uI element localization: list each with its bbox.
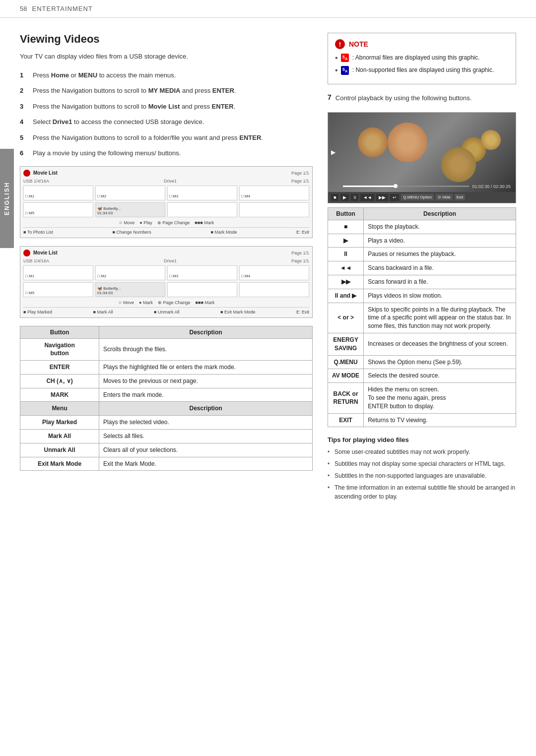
rt-desc-ff: Scans forward in a file. [364, 275, 516, 289]
desc-ch: Moves to the previous or next page. [99, 374, 313, 388]
ml-btn-unmark-all: ■ Unmark All [154, 310, 179, 315]
side-language-label: ENGLISH [0, 149, 14, 248]
vc-repeat-btn[interactable]: ↩ [390, 194, 399, 201]
step-6: 6 Play a movie by using the following me… [20, 148, 313, 158]
menu-header-desc: Description [99, 402, 313, 416]
progress-area: 01:02:30 / 02:30:25 [343, 184, 511, 189]
step-num-7: 7 [328, 93, 332, 108]
step-num-6: 6 [20, 148, 28, 158]
video-player-mock: ▶ 01:02:30 / 02:30:25 ■ ▶ II ◄◄ ▶▶ ↩ Q.M… [328, 112, 516, 203]
table-row: ◄◄ Scans backward in a file. [328, 261, 516, 275]
movie-list-screenshot-2: Movie List Page 1/1 USB 1/4/16A Drive1 P… [20, 246, 313, 318]
tip-text-3: Subtitles in the non-supported languages… [335, 471, 486, 480]
tip-text-2: Subtitles may not display some special c… [335, 459, 505, 468]
rt-btn-back: BACK orRETURN [328, 383, 364, 413]
table-row: ENTER Plays the highlighted file or ente… [20, 361, 313, 375]
table-row: Navigationbutton Scrolls through the fil… [20, 338, 313, 361]
desc-mark-all: Selects all files. [99, 430, 313, 443]
rt-btn-stop: ■ [328, 220, 364, 234]
ml-drive-2: Drive1 [164, 258, 177, 263]
ml-cell2-m5: □ M5 [23, 282, 93, 297]
ml-grid-2: □ M1 □ M2 □ M3 □ M4 □ M5 🦋 Butterfly...0… [23, 265, 309, 297]
ml-cell2-m2: □ M2 [95, 265, 165, 280]
table-row: Unmark All Clears all of your selections… [20, 443, 313, 457]
right-button-table: Button Description ■ Stops the playback.… [328, 207, 516, 428]
desc-nav: Scrolls through the files. [99, 338, 313, 361]
ml-page-sub-1: Page 1/1 [291, 179, 309, 184]
step-1: 1 Press Home or MENU to access the main … [20, 70, 313, 80]
fruit-shape-2 [481, 130, 501, 150]
ml-title-2: Movie List [33, 250, 58, 255]
btn-nav: Navigationbutton [20, 338, 99, 361]
vc-stop-btn[interactable]: ■ [331, 194, 338, 201]
ml-cell-empty2 [239, 202, 309, 217]
note-text-2: 5A : Non-supported files are displayed u… [341, 65, 494, 75]
ml-btn-change: ■ Change Numbers [112, 230, 151, 235]
note-text-1: 5A : Abnormal files are displayed using … [341, 53, 480, 63]
btn-unmark-all: Unmark All [20, 443, 99, 457]
ml-page-sub-2: Page 1/1 [291, 258, 309, 263]
tip-text-4: The time information in an external subt… [335, 483, 516, 501]
menu-subheader-row: Menu Description [20, 402, 313, 416]
desc-mark: Enters the mark mode. [99, 388, 313, 402]
btn-enter: ENTER [20, 361, 99, 375]
tip-text-1: Some user-created subtitles may not work… [335, 447, 470, 456]
note-bullet-1: • [335, 53, 338, 63]
vc-ff-btn[interactable]: ▶▶ [376, 194, 388, 201]
rt-btn-play: ▶ [328, 234, 364, 248]
table-row: ▶ Plays a video. [328, 234, 516, 248]
vc-qmenu-btn[interactable]: Q.MENU Option [401, 194, 434, 200]
rt-btn-skip: < or > [328, 303, 364, 333]
rt-btn-energy: ENERGYSAVING [328, 333, 364, 356]
section-title: Viewing Videos [20, 33, 313, 46]
vc-exit-btn[interactable]: Exit [455, 194, 465, 200]
tips-title: Tips for playing video files [328, 436, 516, 443]
desc-exit-mark-mode: Exit the Mark Mode. [99, 457, 313, 471]
nonsupport-file-icon: 5A [341, 66, 349, 74]
vc-play-btn[interactable]: ▶ [340, 194, 349, 201]
right-btn-col-header: Button [328, 207, 364, 220]
vc-rew-btn[interactable]: ◄◄ [360, 194, 374, 201]
steps-list: 1 Press Home or MENU to access the main … [20, 70, 313, 158]
video-controls-bar: ■ ▶ II ◄◄ ▶▶ ↩ Q.MENU Option ⊙ Hide Exit [328, 192, 516, 203]
note-item-2: • 5A : Non-supported files are displayed… [335, 65, 509, 75]
main-content: Viewing Videos Your TV can display video… [0, 18, 536, 504]
ml-cell-m5: □ M5 [23, 202, 93, 217]
progress-handle [394, 184, 398, 188]
step-text-1: Press Home or MENU to access the main me… [33, 70, 313, 80]
movie-list-icon-2 [23, 250, 30, 256]
step-num-1: 1 [20, 70, 28, 80]
desc-play-marked: Plays the selected video. [99, 416, 313, 430]
ml-btn-exit-mark: ■ Exit Mark Mode [220, 310, 255, 315]
vc-hide-btn[interactable]: ⊙ Hide [436, 194, 453, 200]
ml-cell-butterfly: 🦋 Butterfly...01:34:03 [95, 202, 165, 217]
left-column: Viewing Videos Your TV can display video… [20, 18, 313, 504]
ml-nav-hint-1: ☆ Move ● Play ⊕ Page Change ■■■ Mark [23, 220, 309, 225]
button-description-table: Button Description Navigationbutton Scro… [20, 326, 313, 471]
ml-path-2: USB 1/4/16A [23, 258, 49, 263]
rt-desc-back: Hides the menu on screen.To see the menu… [364, 383, 516, 413]
step-text-2: Press the Navigation buttons to scroll t… [33, 86, 313, 96]
rt-btn-ff: ▶▶ [328, 275, 364, 289]
movie-list-screenshot-1: Movie List Page 1/1 USB 1/4/16A Drive1 P… [20, 166, 313, 238]
step-num-2: 2 [20, 86, 28, 96]
ml-cell2-m4: □ M4 [239, 265, 309, 280]
ml-btn-exit-1: E: Exit [296, 230, 309, 235]
rt-desc-qmenu: Shows the Option menu (See p.59). [364, 355, 516, 369]
ml-cell2-butterfly: 🦋 Butterfly...01:34:03 [95, 282, 165, 297]
table-row: < or > Skips to specific points in a fil… [328, 303, 516, 333]
step-5: 5 Press the Navigation buttons to scroll… [20, 133, 313, 143]
rt-desc-slow: Plays videos in slow motion. [364, 289, 516, 303]
table-row: Exit Mark Mode Exit the Mark Mode. [20, 457, 313, 471]
right-column: ! NOTE • 5A : Abnormal files are display… [328, 18, 516, 504]
table-row: II Pauses or resumes the playback. [328, 248, 516, 261]
ml-drive-1: Drive1 [164, 179, 177, 184]
page-number: 58 [20, 5, 27, 12]
vc-pause-btn[interactable]: II [351, 194, 358, 201]
note-title: NOTE [349, 40, 368, 48]
table-row: ENERGYSAVING Increases or deceases the b… [328, 333, 516, 356]
ml-cell-m4: □ M4 [239, 186, 309, 200]
step-2: 2 Press the Navigation buttons to scroll… [20, 86, 313, 96]
step-4: 4 Select Drive1 to access the connected … [20, 117, 313, 127]
step7-text: Control playback by using the following … [335, 93, 472, 103]
